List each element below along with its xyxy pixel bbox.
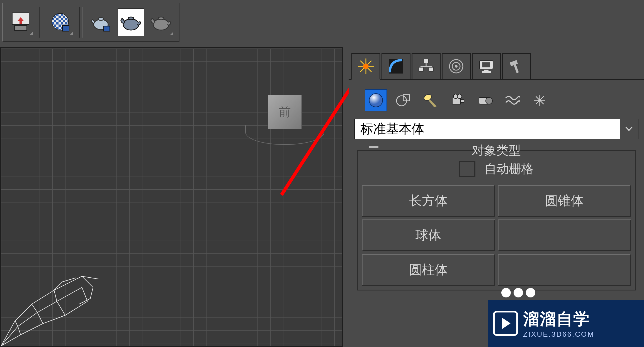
geometry-type-dropdown[interactable]: 标准基本体 (354, 119, 638, 139)
camera-icon (450, 92, 466, 108)
teapot-icon (90, 11, 112, 33)
svg-rect-37 (513, 63, 519, 73)
autogrid-label: 自动栅格 (484, 161, 533, 177)
viewcube[interactable]: 前 (268, 95, 302, 129)
viewcube-label: 前 (279, 104, 291, 120)
hierarchy-icon (418, 58, 434, 75)
checker-sphere-icon (50, 11, 72, 33)
viewcube-face-front[interactable]: 前 (268, 95, 302, 129)
category-shapes[interactable] (392, 89, 414, 111)
hammer-icon (508, 58, 525, 75)
svg-point-22 (363, 63, 369, 69)
category-geometry[interactable] (365, 89, 387, 111)
svg-rect-36 (510, 60, 518, 66)
material-toolbar (2, 3, 179, 42)
svg-rect-45 (461, 100, 464, 102)
display-monitor-icon (478, 58, 495, 75)
category-cameras[interactable] (447, 89, 469, 111)
btn-cone[interactable]: 圆锥体 (498, 185, 631, 217)
category-helpers[interactable] (474, 89, 496, 111)
create-star-icon (357, 57, 375, 75)
tab-hierarchy[interactable] (412, 53, 441, 79)
sphere-icon (368, 92, 384, 108)
tab-create[interactable] (351, 53, 380, 80)
save-slot-icon (9, 11, 32, 33)
toolbar-btn-teapot-selected[interactable] (118, 8, 144, 36)
shapes-icon (395, 92, 411, 108)
watermark-url: ZIXUE.3D66.COM (523, 330, 594, 339)
flyout-indicator-icon (70, 32, 73, 35)
watermark-3d66: 溜溜自学 ZIXUE.3D66.COM (488, 300, 644, 347)
btn-box[interactable]: 长方体 (362, 185, 495, 217)
svg-rect-24 (424, 59, 428, 63)
light-icon (423, 92, 438, 108)
wireframe-object (0, 271, 115, 347)
svg-rect-3 (20, 21, 22, 24)
svg-rect-42 (452, 98, 461, 104)
btn-geosphere[interactable] (498, 219, 631, 251)
svg-point-47 (486, 97, 492, 104)
tab-utilities[interactable] (502, 53, 531, 79)
command-panel-tabs (349, 53, 644, 80)
toolbar-btn-teapot-gray[interactable] (148, 8, 174, 36)
btn-sphere[interactable]: 球体 (362, 219, 495, 251)
svg-point-13 (128, 17, 134, 20)
helper-tape-icon (477, 92, 493, 108)
svg-rect-1 (14, 26, 27, 31)
svg-rect-28 (429, 67, 433, 71)
flyout-indicator-icon (170, 32, 173, 35)
autogrid-row: 自动栅格 (362, 156, 631, 185)
svg-rect-11 (104, 26, 110, 31)
category-systems[interactable] (529, 89, 551, 111)
svg-point-10 (98, 18, 104, 20)
category-lights[interactable] (419, 89, 442, 111)
watermark-brand: 溜溜自学 (523, 308, 594, 330)
systems-star-icon (532, 92, 548, 108)
toolbar-btn-checker-sphere[interactable] (47, 8, 74, 36)
svg-point-44 (457, 94, 462, 99)
svg-point-15 (158, 17, 164, 20)
create-category-row (354, 86, 638, 119)
chevron-down-icon (625, 125, 633, 133)
modify-arc-icon (388, 58, 404, 75)
svg-point-31 (455, 65, 458, 68)
tab-motion[interactable] (442, 53, 471, 79)
category-spacewarps[interactable] (501, 89, 524, 111)
tab-modify[interactable] (381, 53, 410, 79)
svg-point-14 (153, 19, 169, 30)
svg-rect-35 (482, 71, 491, 73)
toolbar-btn-teapot-a[interactable] (88, 8, 114, 36)
svg-rect-33 (482, 62, 490, 67)
command-panel-body: 标准基本体 对象类型 自动栅格 长方体 圆锥体 球体 圆柱体 (349, 79, 644, 290)
btn-sphere-label: 球体 (415, 227, 441, 244)
viewport-front[interactable] (0, 47, 343, 347)
rollout-object-type: 对象类型 自动栅格 长方体 圆锥体 球体 圆柱体 (357, 150, 636, 290)
rollout-title: 对象类型 (358, 142, 635, 159)
teapot-gray-icon (150, 11, 172, 33)
dropdown-value: 标准基本体 (354, 119, 620, 139)
motion-disc-icon (448, 58, 465, 75)
tab-display[interactable] (472, 53, 501, 79)
svg-point-38 (369, 94, 383, 107)
toolbar-btn-save-material[interactable] (7, 8, 34, 36)
btn-cone-label: 圆锥体 (545, 192, 584, 209)
svg-rect-34 (484, 70, 489, 71)
dropdown-arrow[interactable] (620, 119, 638, 139)
toolbar-separator (79, 7, 82, 38)
object-type-grid: 长方体 圆锥体 球体 圆柱体 (362, 185, 631, 286)
flyout-indicator-icon (30, 32, 33, 35)
svg-point-12 (123, 19, 139, 30)
spacewarp-wave-icon (505, 92, 520, 108)
svg-point-41 (423, 93, 432, 102)
svg-point-52 (538, 99, 541, 102)
play-icon (493, 311, 518, 336)
toolbar-separator (39, 7, 42, 38)
svg-rect-8 (62, 26, 69, 31)
svg-rect-27 (419, 67, 423, 71)
btn-tube[interactable] (498, 254, 631, 286)
btn-cylinder[interactable]: 圆柱体 (362, 254, 495, 286)
teapot-selected-icon (120, 11, 142, 33)
btn-cylinder-label: 圆柱体 (409, 261, 448, 278)
btn-box-label: 长方体 (409, 192, 448, 209)
autogrid-checkbox[interactable] (459, 161, 475, 177)
